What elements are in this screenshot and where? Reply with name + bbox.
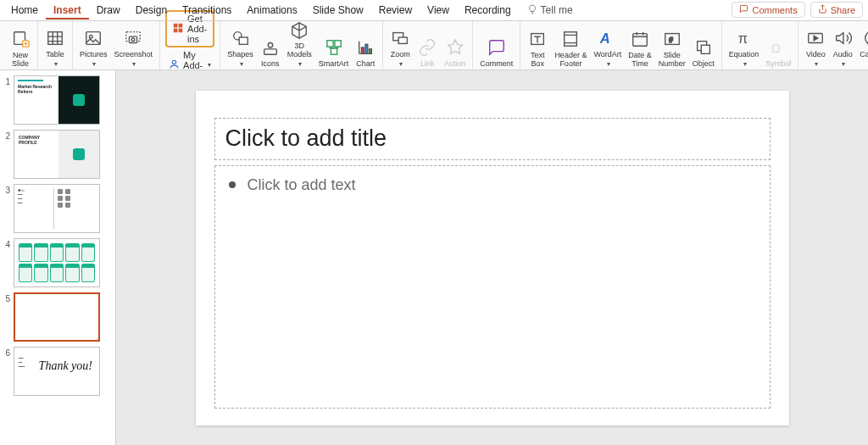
shapes-button[interactable]: Shapes▾ bbox=[224, 21, 257, 70]
chart-button[interactable]: Chart bbox=[352, 21, 379, 70]
icons-icon bbox=[260, 37, 281, 58]
tab-design[interactable]: Design bbox=[128, 1, 175, 19]
cameo-button[interactable]: Cameo▾ bbox=[856, 21, 868, 70]
screenshot-button[interactable]: Screenshot▾ bbox=[111, 21, 157, 70]
comments-button[interactable]: Comments bbox=[732, 2, 804, 18]
thumb-number: 5 bbox=[3, 292, 10, 303]
calendar-icon bbox=[630, 29, 650, 49]
pi-icon: π bbox=[734, 28, 754, 48]
tab-insert[interactable]: Insert bbox=[46, 1, 89, 19]
thumb-slide-5[interactable] bbox=[14, 292, 100, 342]
ribbon-insert: New Slide Table▾ Pictures▾ Screenshot▾ G… bbox=[0, 21, 868, 70]
svg-text:A: A bbox=[599, 31, 610, 46]
svg-rect-10 bbox=[174, 28, 178, 32]
icons-button[interactable]: Icons bbox=[257, 21, 284, 70]
thumb-slide-2[interactable]: COMPANY PROFILE bbox=[14, 130, 100, 179]
svg-text:π: π bbox=[737, 31, 747, 46]
text-box-button[interactable]: Text Box bbox=[524, 21, 551, 70]
slide-thumbnails-panel[interactable]: 1 Market Research Reform 2 COMPANY PROFI… bbox=[0, 70, 116, 445]
thumb-slide-1[interactable]: Market Research Reform bbox=[14, 75, 100, 125]
svg-rect-6 bbox=[130, 36, 137, 42]
tell-me-search[interactable]: Tell me bbox=[527, 4, 573, 17]
audio-button[interactable]: Audio▾ bbox=[829, 21, 856, 70]
date-time-button[interactable]: Date & Time bbox=[625, 21, 655, 70]
share-icon bbox=[818, 4, 827, 15]
thumb-slide-6[interactable]: ▪▪▪▪▪▪▪▪▪▪▪▪ Thank you! bbox=[14, 347, 100, 396]
tab-review[interactable]: Review bbox=[371, 1, 420, 19]
tab-transitions[interactable]: Transitions bbox=[175, 1, 239, 19]
new-slide-icon bbox=[10, 29, 31, 49]
shapes-icon bbox=[231, 28, 251, 48]
tab-animations[interactable]: Animations bbox=[239, 1, 304, 19]
thumb-slide-3[interactable]: �ආ▪▪▪▪▪▪▪▪▪▪▪▪ bbox=[14, 184, 100, 233]
chart-icon bbox=[355, 37, 376, 58]
tab-view[interactable]: View bbox=[420, 1, 457, 19]
object-icon bbox=[693, 37, 714, 58]
svg-rect-11 bbox=[179, 28, 183, 32]
svg-rect-16 bbox=[264, 49, 276, 54]
header-footer-icon bbox=[560, 29, 581, 49]
menu-tabs: Home Insert Draw Design Transitions Anim… bbox=[0, 0, 868, 21]
person-icon bbox=[169, 58, 180, 71]
current-slide[interactable]: Click to add title Click to add text bbox=[196, 91, 789, 426]
tab-recording[interactable]: Recording bbox=[457, 1, 519, 19]
thumb-number: 4 bbox=[3, 238, 10, 249]
3d-models-button[interactable]: 3D Models▾ bbox=[284, 21, 315, 70]
video-button[interactable]: Video▾ bbox=[802, 21, 829, 70]
share-button[interactable]: Share bbox=[810, 2, 863, 18]
wordart-icon: A bbox=[598, 28, 618, 48]
header-footer-button[interactable]: Header & Footer bbox=[551, 21, 590, 70]
svg-rect-18 bbox=[334, 41, 340, 47]
equation-button[interactable]: π Equation▾ bbox=[726, 21, 763, 70]
link-icon bbox=[417, 37, 437, 58]
thumb-number: 3 bbox=[3, 184, 10, 195]
content-placeholder[interactable]: Click to add text bbox=[214, 165, 771, 409]
smartart-button[interactable]: SmartArt bbox=[315, 21, 353, 70]
action-icon bbox=[445, 37, 465, 58]
symbol-button: Ω Symbol bbox=[762, 21, 794, 70]
comment-bubble-icon bbox=[487, 37, 507, 58]
content-placeholder-text: Click to add text bbox=[248, 176, 356, 194]
thumb-number: 1 bbox=[3, 75, 10, 86]
title-placeholder[interactable]: Click to add title bbox=[214, 118, 771, 160]
link-button: Link bbox=[414, 21, 441, 70]
action-button: Action bbox=[441, 21, 469, 70]
slide-canvas[interactable]: Click to add title Click to add text bbox=[116, 70, 868, 445]
svg-rect-9 bbox=[179, 23, 183, 27]
text-box-icon bbox=[527, 29, 548, 49]
tab-home[interactable]: Home bbox=[3, 1, 46, 19]
svg-rect-14 bbox=[239, 37, 248, 44]
new-slide-button[interactable]: New Slide bbox=[7, 21, 34, 70]
lightbulb-icon bbox=[527, 4, 537, 17]
svg-rect-32 bbox=[701, 45, 709, 53]
title-placeholder-text: Click to add title bbox=[225, 125, 387, 152]
table-icon bbox=[45, 28, 65, 48]
object-button[interactable]: Object bbox=[689, 21, 718, 70]
svg-rect-28 bbox=[633, 34, 648, 47]
wordart-button[interactable]: A WordArt▾ bbox=[590, 21, 625, 70]
audio-icon bbox=[832, 28, 853, 48]
thumb-number: 6 bbox=[3, 347, 10, 358]
pictures-button[interactable]: Pictures▾ bbox=[76, 21, 111, 70]
tab-slide-show[interactable]: Slide Show bbox=[305, 1, 371, 19]
thumb-number: 2 bbox=[3, 130, 10, 141]
cube-icon bbox=[289, 21, 309, 40]
thumb-slide-4[interactable] bbox=[14, 238, 100, 287]
slide-number-icon: # bbox=[662, 29, 682, 49]
svg-rect-26 bbox=[565, 32, 577, 47]
comment-button[interactable]: Comment bbox=[476, 21, 516, 70]
svg-text:#: # bbox=[669, 36, 673, 44]
slide-number-button[interactable]: # Slide Number bbox=[655, 21, 689, 70]
tab-draw[interactable]: Draw bbox=[89, 1, 128, 19]
cameo-icon bbox=[862, 28, 868, 48]
bullet-icon bbox=[229, 181, 236, 188]
comment-icon bbox=[739, 4, 748, 15]
omega-icon: Ω bbox=[768, 37, 788, 58]
chevron-down-icon: ▾ bbox=[208, 61, 211, 69]
svg-point-4 bbox=[90, 35, 93, 38]
zoom-icon bbox=[390, 28, 410, 48]
svg-rect-17 bbox=[326, 41, 332, 47]
svg-text:Ω: Ω bbox=[771, 42, 781, 55]
table-button[interactable]: Table▾ bbox=[42, 21, 69, 70]
zoom-button[interactable]: Zoom▾ bbox=[387, 21, 414, 70]
